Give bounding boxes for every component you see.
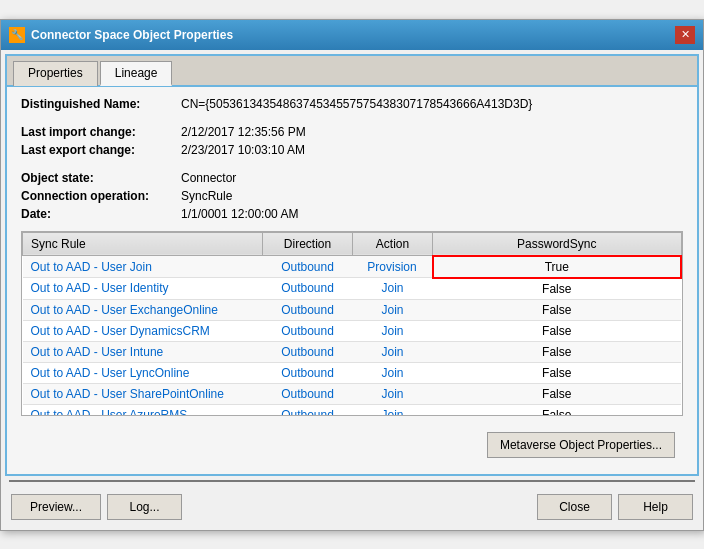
date-value: 1/1/0001 12:00:00 AM [181, 207, 298, 221]
cell-syncrule: Out to AAD - User ExchangeOnline [23, 299, 263, 320]
cell-action: Join [353, 278, 433, 300]
content-area: Properties Lineage Distinguished Name: C… [5, 54, 699, 476]
cell-action: Join [353, 383, 433, 404]
bottom-section: Metaverse Object Properties... [21, 426, 683, 464]
table-row[interactable]: Out to AAD - User ExchangeOnlineOutbound… [23, 299, 682, 320]
object-state-value: Connector [181, 171, 236, 185]
table-header-row: Sync Rule Direction Action PasswordSync [23, 232, 682, 256]
cell-passwordsync: False [433, 383, 682, 404]
table-row[interactable]: Out to AAD - User AzureRMSOutboundJoinFa… [23, 404, 682, 416]
cell-passwordsync: False [433, 320, 682, 341]
cell-direction: Outbound [263, 256, 353, 278]
last-export-row: Last export change: 2/23/2017 10:03:10 A… [21, 143, 683, 157]
last-export-value: 2/23/2017 10:03:10 AM [181, 143, 305, 157]
cell-syncrule: Out to AAD - User AzureRMS [23, 404, 263, 416]
cell-syncrule: Out to AAD - User SharePointOnline [23, 383, 263, 404]
distinguished-name-label: Distinguished Name: [21, 97, 181, 111]
table-row[interactable]: Out to AAD - User SharePointOnlineOutbou… [23, 383, 682, 404]
cell-direction: Outbound [263, 320, 353, 341]
connection-operation-row: Connection operation: SyncRule [21, 189, 683, 203]
cell-passwordsync: False [433, 278, 682, 300]
cell-passwordsync: False [433, 299, 682, 320]
cell-direction: Outbound [263, 404, 353, 416]
col-header-direction: Direction [263, 232, 353, 256]
sync-rules-table-container[interactable]: Sync Rule Direction Action PasswordSync … [21, 231, 683, 416]
tab-lineage[interactable]: Lineage [100, 61, 173, 86]
cell-action: Join [353, 404, 433, 416]
connection-operation-label: Connection operation: [21, 189, 181, 203]
metaverse-properties-button[interactable]: Metaverse Object Properties... [487, 432, 675, 458]
last-import-value: 2/12/2017 12:35:56 PM [181, 125, 306, 139]
main-window: 🔧 Connector Space Object Properties ✕ Pr… [0, 19, 704, 531]
cell-passwordsync: True [433, 256, 682, 278]
tab-bar: Properties Lineage [7, 56, 697, 87]
window-title: Connector Space Object Properties [31, 28, 233, 42]
table-row[interactable]: Out to AAD - User LyncOnlineOutboundJoin… [23, 362, 682, 383]
col-header-passwordsync: PasswordSync [433, 232, 682, 256]
cell-passwordsync: False [433, 341, 682, 362]
last-import-label: Last import change: [21, 125, 181, 139]
close-dialog-button[interactable]: Close [537, 494, 612, 520]
object-state-label: Object state: [21, 171, 181, 185]
cell-action: Provision [353, 256, 433, 278]
cell-direction: Outbound [263, 362, 353, 383]
col-header-action: Action [353, 232, 433, 256]
col-header-syncrule: Sync Rule [23, 232, 263, 256]
cell-action: Join [353, 341, 433, 362]
tab-content: Distinguished Name: CN={5053613435486374… [7, 87, 697, 474]
table-row[interactable]: Out to AAD - User IdentityOutboundJoinFa… [23, 278, 682, 300]
distinguished-name-row: Distinguished Name: CN={5053613435486374… [21, 97, 683, 111]
cell-syncrule: Out to AAD - User Identity [23, 278, 263, 300]
date-label: Date: [21, 207, 181, 221]
footer-buttons: Preview... Log... Close Help [1, 486, 703, 530]
distinguished-name-value: CN={505361343548637453455757543830717854… [181, 97, 532, 111]
title-bar-left: 🔧 Connector Space Object Properties [9, 27, 233, 43]
connection-operation-value: SyncRule [181, 189, 232, 203]
cell-passwordsync: False [433, 362, 682, 383]
close-button[interactable]: ✕ [675, 26, 695, 44]
cell-passwordsync: False [433, 404, 682, 416]
cell-action: Join [353, 320, 433, 341]
footer-right-buttons: Close Help [537, 494, 693, 520]
preview-button[interactable]: Preview... [11, 494, 101, 520]
footer-left-buttons: Preview... Log... [11, 494, 182, 520]
cell-direction: Outbound [263, 278, 353, 300]
title-controls[interactable]: ✕ [675, 26, 695, 44]
cell-syncrule: Out to AAD - User DynamicsCRM [23, 320, 263, 341]
log-button[interactable]: Log... [107, 494, 182, 520]
cell-direction: Outbound [263, 299, 353, 320]
table-row[interactable]: Out to AAD - User JoinOutboundProvisionT… [23, 256, 682, 278]
date-row: Date: 1/1/0001 12:00:00 AM [21, 207, 683, 221]
table-row[interactable]: Out to AAD - User DynamicsCRMOutboundJoi… [23, 320, 682, 341]
window-icon: 🔧 [9, 27, 25, 43]
last-import-row: Last import change: 2/12/2017 12:35:56 P… [21, 125, 683, 139]
sync-rules-table: Sync Rule Direction Action PasswordSync … [22, 232, 682, 416]
table-row[interactable]: Out to AAD - User IntuneOutboundJoinFals… [23, 341, 682, 362]
cell-action: Join [353, 299, 433, 320]
title-bar: 🔧 Connector Space Object Properties ✕ [1, 20, 703, 50]
cell-syncrule: Out to AAD - User LyncOnline [23, 362, 263, 383]
tab-properties[interactable]: Properties [13, 61, 98, 86]
last-export-label: Last export change: [21, 143, 181, 157]
footer-divider [9, 480, 695, 482]
cell-direction: Outbound [263, 383, 353, 404]
cell-syncrule: Out to AAD - User Join [23, 256, 263, 278]
object-state-row: Object state: Connector [21, 171, 683, 185]
cell-syncrule: Out to AAD - User Intune [23, 341, 263, 362]
cell-direction: Outbound [263, 341, 353, 362]
cell-action: Join [353, 362, 433, 383]
help-button[interactable]: Help [618, 494, 693, 520]
